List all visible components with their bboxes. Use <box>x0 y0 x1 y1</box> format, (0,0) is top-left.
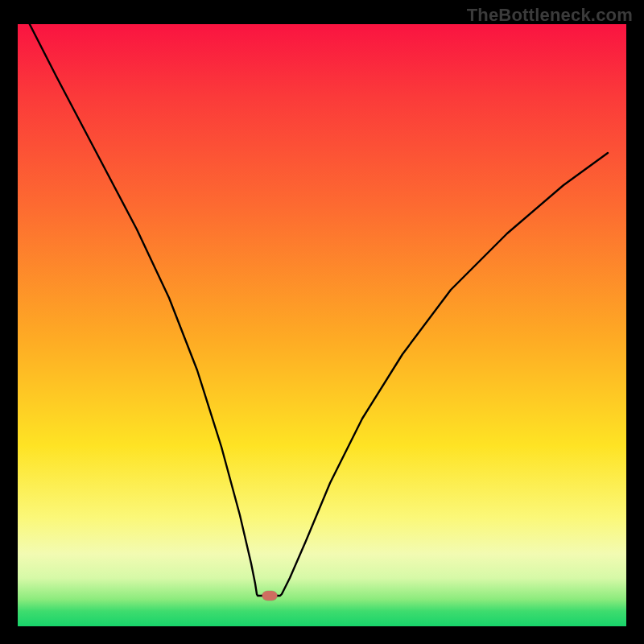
watermark-text: TheBottleneck.com <box>467 5 633 26</box>
plot-area <box>18 24 626 626</box>
optimal-point-marker <box>262 591 278 601</box>
bottleneck-curve <box>18 24 626 626</box>
chart-frame: TheBottleneck.com <box>0 0 644 644</box>
